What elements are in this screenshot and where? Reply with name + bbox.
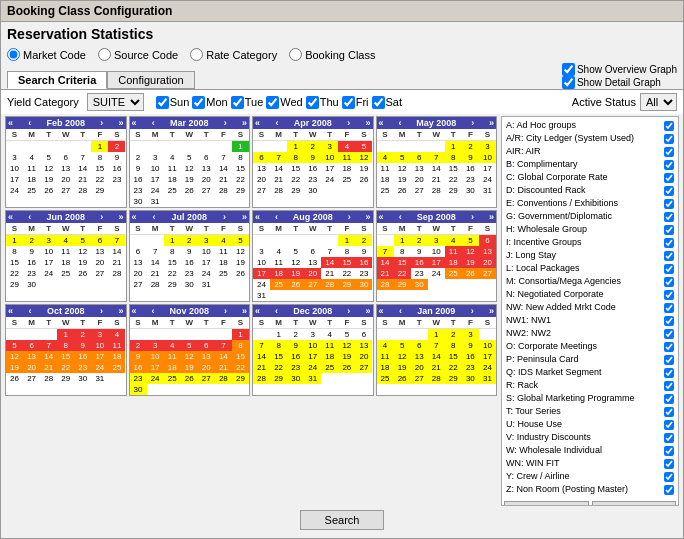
booking-class-item: P: Peninsula Card	[504, 353, 676, 366]
booking-class-item: V: Industry Discounts	[504, 431, 676, 444]
booking-class-item: B: Complimentary	[504, 158, 676, 171]
active-status-label: Active Status	[572, 96, 636, 108]
calendar-Jun-2008: « ‹ Jun 2008 › » SMTWTFS1234567891011121…	[5, 210, 127, 302]
booking-class-item: Z: Non Room (Posting Master)	[504, 483, 676, 496]
calendar-Mar-2008: « ‹ Mar 2008 › » SMTWTFS 123456789101112…	[129, 116, 251, 208]
calendar-Oct-2008: « ‹ Oct 2008 › » SMTWTFS 123456789101112…	[5, 304, 127, 396]
booking-class-item: M: Consortia/Mega Agencies	[504, 275, 676, 288]
booking-class-item: NW2: NW2	[504, 327, 676, 340]
booking-class-item: Y: Crew / Airline	[504, 470, 676, 483]
day-wed[interactable]: Wed	[266, 96, 302, 109]
day-sat[interactable]: Sat	[372, 96, 403, 109]
booking-class-item: R: Rack	[504, 379, 676, 392]
radio-market-code[interactable]: Market Code	[7, 48, 86, 61]
day-tue[interactable]: Tue	[231, 96, 264, 109]
radio-source-code[interactable]: Source Code	[98, 48, 178, 61]
booking-class-item: WN: WIN FIT	[504, 457, 676, 470]
criteria-radio-group: Market Code Source Code Rate Category Bo…	[1, 46, 683, 63]
radio-booking-class[interactable]: Booking Class	[289, 48, 375, 61]
search-row: Search	[1, 506, 683, 534]
page-subtitle: Reservation Statistics	[7, 26, 153, 42]
booking-classes-list: A: Ad Hoc groupsA/R: City Ledger (System…	[504, 119, 676, 496]
calendar-Aug-2008: « ‹ Aug 2008 › » SMTWTFS 123456789101112…	[252, 210, 374, 302]
booking-class-item: G: Government/Diplomatic	[504, 210, 676, 223]
show-detail-graph-label[interactable]: Show Detail Graph	[562, 76, 677, 89]
booking-class-item: L: Local Packages	[504, 262, 676, 275]
tab-configuration[interactable]: Configuration	[107, 71, 194, 89]
booking-class-item: J: Long Stay	[504, 249, 676, 262]
booking-class-item: Q: IDS Market Segment	[504, 366, 676, 379]
calendar-Apr-2008: « ‹ Apr 2008 › » SMTWTFS 123456789101112…	[252, 116, 374, 208]
active-status-select[interactable]: All	[640, 93, 677, 111]
calendar-Jul-2008: « ‹ Jul 2008 › » SMTWTFS 123456789101112…	[129, 210, 251, 302]
calendar-Jan-2009: « ‹ Jan 2009 › » SMTWTFS 123 45678910111…	[376, 304, 498, 396]
booking-class-item: W: Wholesale Individual	[504, 444, 676, 457]
calendar-Sep-2008: « ‹ Sep 2008 › » SMTWTFS 123456789101112…	[376, 210, 498, 302]
calendars-area: « ‹ Feb 2008 › » SMTWTFS 123456789101112…	[5, 116, 497, 506]
booking-class-item: N: Negotiated Corporate	[504, 288, 676, 301]
booking-class-item: U: House Use	[504, 418, 676, 431]
show-detail-graph-check[interactable]	[562, 76, 575, 89]
calendar-May-2008: « ‹ May 2008 › » SMTWTFS 123456789101112…	[376, 116, 498, 208]
right-panel: A: Ad Hoc groupsA/R: City Ledger (System…	[501, 116, 679, 506]
booking-class-item: NW: New Added Mrkt Code	[504, 301, 676, 314]
booking-class-item: S: Global Marketing Programme	[504, 392, 676, 405]
day-sun[interactable]: Sun	[156, 96, 190, 109]
calendar-Nov-2008: « ‹ Nov 2008 › » SMTWTFS 123456789101112…	[129, 304, 251, 396]
booking-class-item: E: Conventions / Exhibitions	[504, 197, 676, 210]
yield-category-label: Yield Category	[7, 96, 79, 108]
radio-rate-category[interactable]: Rate Category	[190, 48, 277, 61]
booking-class-item: H: Wholesale Group	[504, 223, 676, 236]
booking-class-item: A/R: City Ledger (System Used)	[504, 132, 676, 145]
show-overview-graph-label[interactable]: Show Overview Graph	[562, 63, 677, 76]
booking-class-item: T: Tour Series	[504, 405, 676, 418]
booking-class-item: O: Corporate Meetings	[504, 340, 676, 353]
booking-class-item: I: Incentive Groups	[504, 236, 676, 249]
yield-category-select[interactable]: SUITE	[87, 93, 144, 111]
day-thu[interactable]: Thu	[306, 96, 339, 109]
calendar-Feb-2008: « ‹ Feb 2008 › » SMTWTFS 123456789101112…	[5, 116, 127, 208]
app-title: Booking Class Configuration	[7, 4, 172, 18]
day-checkboxes: Sun Mon Tue Wed Thu Fri Sat	[156, 96, 402, 109]
deselect-all-button[interactable]: Deselect All	[592, 501, 677, 506]
day-fri[interactable]: Fri	[342, 96, 369, 109]
day-mon[interactable]: Mon	[192, 96, 227, 109]
booking-class-item: D: Discounted Rack	[504, 184, 676, 197]
calendar-Dec-2008: « ‹ Dec 2008 › » SMTWTFS 123456789101112…	[252, 304, 374, 396]
booking-class-item: C: Global Corporate Rate	[504, 171, 676, 184]
booking-class-item: NW1: NW1	[504, 314, 676, 327]
select-all-button[interactable]: Select All	[504, 501, 589, 506]
booking-class-item: AIR: AIR	[504, 145, 676, 158]
show-overview-graph-check[interactable]	[562, 63, 575, 76]
tab-search-criteria[interactable]: Search Criteria	[7, 71, 107, 89]
booking-class-item: A: Ad Hoc groups	[504, 119, 676, 132]
search-button[interactable]: Search	[300, 510, 385, 530]
